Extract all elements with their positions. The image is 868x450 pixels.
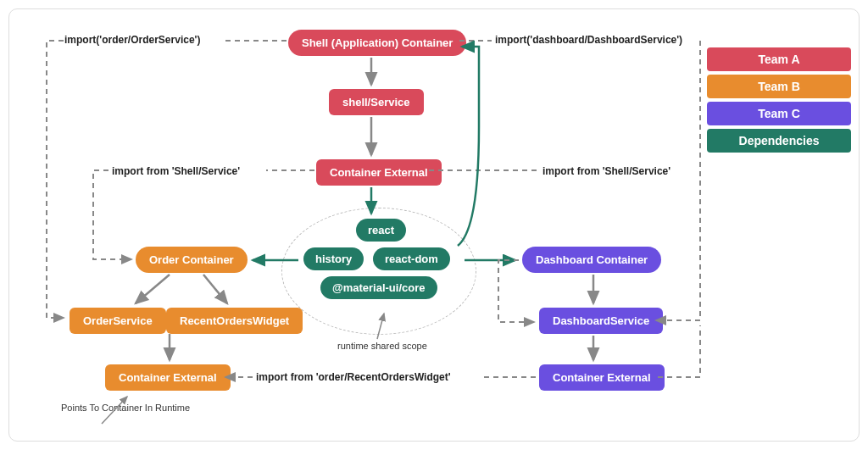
node-shell-service: shell/Service [329,89,424,115]
legend-team-a: Team A [707,47,851,71]
legend-dependencies: Dependencies [707,129,851,153]
legend-team-c: Team C [707,102,851,125]
node-order-container: Order Container [136,247,248,273]
node-dashboard-external: Container External [539,364,665,391]
node-shell-external: Container External [316,159,442,186]
node-recent-orders-widget: RecentOrdersWidget [166,308,303,334]
node-dep-react: react [356,219,406,242]
node-shell-container: Shell (Application) Container [288,30,466,56]
node-dashboard-container: Dashboard Container [522,247,661,273]
label-runtime-shared-scope: runtime shared scope [337,341,427,351]
label-import-from-recent-orders: import from 'order/RecentOrdersWidget' [256,371,451,383]
label-import-dashboard-service: import('dashboard/DashboardService') [495,34,682,46]
legend-team-b: Team B [707,75,851,98]
node-dep-react-dom: react-dom [373,247,450,270]
node-dep-history: history [303,247,364,270]
node-dashboard-service: DashboardService [539,308,663,334]
node-order-external: Container External [105,364,231,391]
label-import-from-shell-right: import from 'Shell/Service' [542,165,670,177]
label-import-order-service: import('order/OrderService') [64,34,200,46]
label-import-from-shell-left: import from 'Shell/Service' [112,165,240,177]
node-order-service: OrderService [70,308,166,334]
label-points-to-container: Points To Container In Runtime [61,403,190,413]
node-dep-material: @material-ui/core [320,276,437,299]
